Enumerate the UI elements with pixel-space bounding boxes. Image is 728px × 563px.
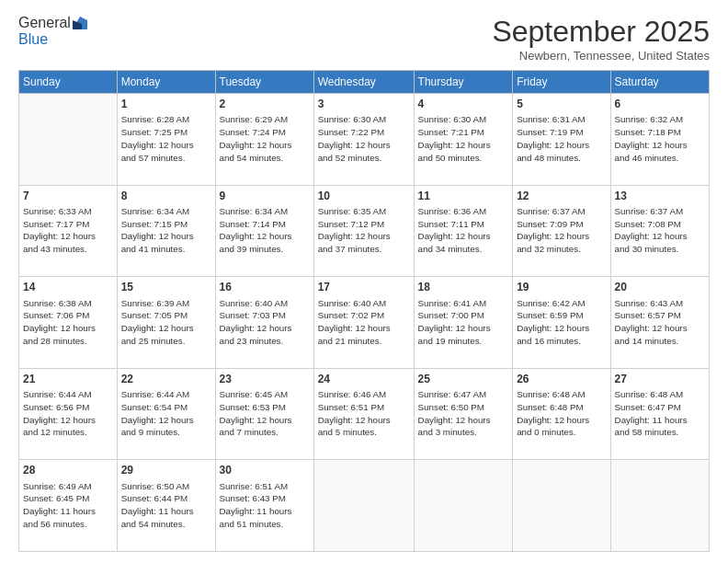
day-info: Sunrise: 6:30 AM Sunset: 7:21 PM Dayligh…	[418, 113, 509, 164]
calendar-cell	[610, 460, 709, 552]
col-tuesday: Tuesday	[215, 71, 313, 94]
calendar-cell: 15Sunrise: 6:39 AM Sunset: 7:05 PM Dayli…	[117, 277, 215, 369]
calendar-cell: 13Sunrise: 6:37 AM Sunset: 7:08 PM Dayli…	[610, 185, 709, 277]
calendar-cell: 10Sunrise: 6:35 AM Sunset: 7:12 PM Dayli…	[313, 185, 414, 277]
day-number: 8	[121, 189, 211, 204]
day-info: Sunrise: 6:46 AM Sunset: 6:51 PM Dayligh…	[318, 388, 410, 439]
day-info: Sunrise: 6:47 AM Sunset: 6:50 PM Dayligh…	[418, 388, 509, 439]
day-info: Sunrise: 6:45 AM Sunset: 6:53 PM Dayligh…	[220, 388, 310, 439]
page: General Blue September 2025 Newbern, Ten…	[0, 0, 728, 563]
logo-blue-text: Blue	[18, 31, 48, 48]
calendar-cell: 12Sunrise: 6:37 AM Sunset: 7:09 PM Dayli…	[513, 185, 610, 277]
calendar-cell: 16Sunrise: 6:40 AM Sunset: 7:03 PM Dayli…	[215, 277, 313, 369]
day-info: Sunrise: 6:40 AM Sunset: 7:02 PM Dayligh…	[318, 297, 410, 348]
day-number: 13	[615, 189, 705, 204]
calendar-week-row: 21Sunrise: 6:44 AM Sunset: 6:56 PM Dayli…	[19, 368, 710, 460]
day-info: Sunrise: 6:37 AM Sunset: 7:08 PM Dayligh…	[615, 205, 705, 256]
title-block: September 2025 Newbern, Tennessee, Unite…	[492, 15, 710, 63]
calendar-cell: 29Sunrise: 6:50 AM Sunset: 6:44 PM Dayli…	[117, 460, 215, 552]
calendar-table: Sunday Monday Tuesday Wednesday Thursday…	[18, 70, 710, 552]
calendar-cell: 22Sunrise: 6:44 AM Sunset: 6:54 PM Dayli…	[117, 368, 215, 460]
day-info: Sunrise: 6:44 AM Sunset: 6:56 PM Dayligh…	[23, 388, 113, 439]
calendar-cell: 2Sunrise: 6:29 AM Sunset: 7:24 PM Daylig…	[215, 94, 313, 186]
calendar-cell: 20Sunrise: 6:43 AM Sunset: 6:57 PM Dayli…	[610, 277, 709, 369]
day-info: Sunrise: 6:37 AM Sunset: 7:09 PM Dayligh…	[517, 205, 606, 256]
calendar-cell: 1Sunrise: 6:28 AM Sunset: 7:25 PM Daylig…	[117, 94, 215, 186]
calendar-week-row: 28Sunrise: 6:49 AM Sunset: 6:45 PM Dayli…	[19, 460, 710, 552]
day-info: Sunrise: 6:44 AM Sunset: 6:54 PM Dayligh…	[121, 388, 211, 439]
calendar-cell: 18Sunrise: 6:41 AM Sunset: 7:00 PM Dayli…	[414, 277, 513, 369]
day-number: 7	[23, 189, 113, 204]
day-number: 10	[318, 189, 410, 204]
header: General Blue September 2025 Newbern, Ten…	[18, 15, 710, 63]
day-info: Sunrise: 6:38 AM Sunset: 7:06 PM Dayligh…	[23, 297, 113, 348]
calendar-cell: 21Sunrise: 6:44 AM Sunset: 6:56 PM Dayli…	[19, 368, 118, 460]
day-number: 26	[517, 372, 606, 387]
day-number: 24	[318, 372, 410, 387]
day-number: 15	[121, 280, 211, 295]
day-info: Sunrise: 6:49 AM Sunset: 6:45 PM Dayligh…	[23, 480, 113, 531]
calendar-cell: 30Sunrise: 6:51 AM Sunset: 6:43 PM Dayli…	[215, 460, 313, 552]
col-monday: Monday	[117, 71, 215, 94]
day-info: Sunrise: 6:40 AM Sunset: 7:03 PM Dayligh…	[220, 297, 310, 348]
day-number: 5	[517, 97, 606, 112]
col-sunday: Sunday	[19, 71, 118, 94]
calendar-cell: 9Sunrise: 6:34 AM Sunset: 7:14 PM Daylig…	[215, 185, 313, 277]
day-info: Sunrise: 6:29 AM Sunset: 7:24 PM Dayligh…	[220, 113, 310, 164]
day-number: 14	[23, 280, 113, 295]
day-number: 16	[220, 280, 310, 295]
calendar-cell: 27Sunrise: 6:48 AM Sunset: 6:47 PM Dayli…	[610, 368, 709, 460]
logo: General Blue	[18, 15, 87, 48]
month-title: September 2025	[492, 15, 710, 49]
calendar-cell	[414, 460, 513, 552]
day-number: 29	[121, 463, 211, 478]
col-saturday: Saturday	[610, 71, 709, 94]
day-info: Sunrise: 6:31 AM Sunset: 7:19 PM Dayligh…	[517, 113, 606, 164]
day-number: 22	[121, 372, 211, 387]
calendar-cell: 23Sunrise: 6:45 AM Sunset: 6:53 PM Dayli…	[215, 368, 313, 460]
calendar-cell: 24Sunrise: 6:46 AM Sunset: 6:51 PM Dayli…	[313, 368, 414, 460]
day-number: 18	[418, 280, 509, 295]
col-wednesday: Wednesday	[313, 71, 414, 94]
day-info: Sunrise: 6:48 AM Sunset: 6:47 PM Dayligh…	[615, 388, 705, 439]
calendar-cell	[19, 94, 118, 186]
day-info: Sunrise: 6:34 AM Sunset: 7:15 PM Dayligh…	[121, 205, 211, 256]
calendar-week-row: 1Sunrise: 6:28 AM Sunset: 7:25 PM Daylig…	[19, 94, 710, 186]
col-thursday: Thursday	[414, 71, 513, 94]
day-number: 28	[23, 463, 113, 478]
calendar-cell: 17Sunrise: 6:40 AM Sunset: 7:02 PM Dayli…	[313, 277, 414, 369]
calendar-cell: 5Sunrise: 6:31 AM Sunset: 7:19 PM Daylig…	[513, 94, 610, 186]
day-info: Sunrise: 6:30 AM Sunset: 7:22 PM Dayligh…	[318, 113, 410, 164]
day-info: Sunrise: 6:51 AM Sunset: 6:43 PM Dayligh…	[220, 480, 310, 531]
day-number: 11	[418, 189, 509, 204]
day-info: Sunrise: 6:35 AM Sunset: 7:12 PM Dayligh…	[318, 205, 410, 256]
day-info: Sunrise: 6:34 AM Sunset: 7:14 PM Dayligh…	[220, 205, 310, 256]
day-number: 1	[121, 97, 211, 112]
calendar-cell: 11Sunrise: 6:36 AM Sunset: 7:11 PM Dayli…	[414, 185, 513, 277]
day-number: 6	[615, 97, 705, 112]
day-info: Sunrise: 6:39 AM Sunset: 7:05 PM Dayligh…	[121, 297, 211, 348]
day-info: Sunrise: 6:32 AM Sunset: 7:18 PM Dayligh…	[615, 113, 705, 164]
calendar-week-row: 7Sunrise: 6:33 AM Sunset: 7:17 PM Daylig…	[19, 185, 710, 277]
logo-general-text: General	[18, 15, 71, 31]
calendar-week-row: 14Sunrise: 6:38 AM Sunset: 7:06 PM Dayli…	[19, 277, 710, 369]
day-info: Sunrise: 6:28 AM Sunset: 7:25 PM Dayligh…	[121, 113, 211, 164]
day-number: 19	[517, 280, 606, 295]
day-number: 30	[220, 463, 310, 478]
day-number: 20	[615, 280, 705, 295]
day-number: 4	[418, 97, 509, 112]
calendar-cell: 7Sunrise: 6:33 AM Sunset: 7:17 PM Daylig…	[19, 185, 118, 277]
day-info: Sunrise: 6:50 AM Sunset: 6:44 PM Dayligh…	[121, 480, 211, 531]
day-info: Sunrise: 6:36 AM Sunset: 7:11 PM Dayligh…	[418, 205, 509, 256]
calendar-cell: 4Sunrise: 6:30 AM Sunset: 7:21 PM Daylig…	[414, 94, 513, 186]
calendar-cell: 3Sunrise: 6:30 AM Sunset: 7:22 PM Daylig…	[313, 94, 414, 186]
day-info: Sunrise: 6:41 AM Sunset: 7:00 PM Dayligh…	[418, 297, 509, 348]
day-number: 23	[220, 372, 310, 387]
calendar-cell	[313, 460, 414, 552]
calendar-cell: 19Sunrise: 6:42 AM Sunset: 6:59 PM Dayli…	[513, 277, 610, 369]
day-number: 3	[318, 97, 410, 112]
day-number: 9	[220, 189, 310, 204]
calendar-cell: 6Sunrise: 6:32 AM Sunset: 7:18 PM Daylig…	[610, 94, 709, 186]
day-number: 12	[517, 189, 606, 204]
day-number: 27	[615, 372, 705, 387]
